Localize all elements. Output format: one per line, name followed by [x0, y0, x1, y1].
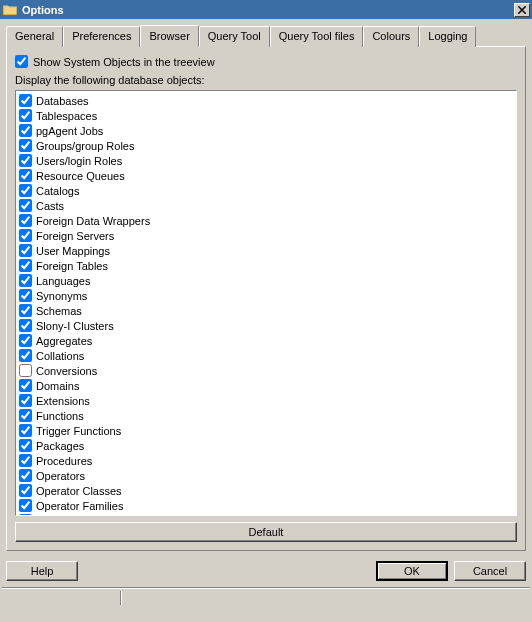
item-checkbox[interactable] [19, 94, 32, 107]
list-item[interactable]: Domains [19, 378, 513, 393]
list-item[interactable]: Collations [19, 348, 513, 363]
item-checkbox[interactable] [19, 214, 32, 227]
help-button[interactable]: Help [6, 561, 78, 581]
list-item[interactable]: Aggregates [19, 333, 513, 348]
item-checkbox[interactable] [19, 334, 32, 347]
list-item[interactable]: Users/login Roles [19, 153, 513, 168]
list-item[interactable]: Operators [19, 468, 513, 483]
tab-panel-browser: Show System Objects in the treeview Disp… [6, 46, 526, 551]
list-item[interactable]: Packages [19, 438, 513, 453]
item-label: Catalogs [36, 185, 79, 197]
item-checkbox[interactable] [19, 379, 32, 392]
list-item[interactable]: Casts [19, 198, 513, 213]
item-label: Users/login Roles [36, 155, 122, 167]
item-label: Tablespaces [36, 110, 97, 122]
default-row: Default [15, 522, 517, 542]
item-label: Databases [36, 95, 89, 107]
list-item[interactable]: Tablespaces [19, 108, 513, 123]
list-item[interactable]: Foreign Tables [19, 258, 513, 273]
item-label: Aggregates [36, 335, 92, 347]
item-checkbox[interactable] [19, 124, 32, 137]
list-item[interactable]: Synonyms [19, 288, 513, 303]
list-item[interactable]: Resource Queues [19, 168, 513, 183]
list-item[interactable]: Languages [19, 273, 513, 288]
item-checkbox[interactable] [19, 274, 32, 287]
item-checkbox[interactable] [19, 424, 32, 437]
item-checkbox[interactable] [19, 319, 32, 332]
list-item[interactable]: Groups/group Roles [19, 138, 513, 153]
item-label: Foreign Tables [36, 260, 108, 272]
list-item[interactable]: Extensions [19, 393, 513, 408]
item-label: Casts [36, 200, 64, 212]
item-checkbox[interactable] [19, 244, 32, 257]
list-item[interactable]: Catalogs [19, 183, 513, 198]
tab-preferences[interactable]: Preferences [63, 26, 140, 47]
item-checkbox[interactable] [19, 349, 32, 362]
status-bar [2, 587, 530, 607]
item-label: Extensions [36, 395, 90, 407]
app-folder-icon [2, 2, 18, 18]
list-item[interactable]: User Mappings [19, 243, 513, 258]
tab-colours[interactable]: Colours [363, 26, 419, 47]
close-button[interactable] [514, 3, 530, 17]
item-label: Operators [36, 470, 85, 482]
item-label: Trigger Functions [36, 425, 121, 437]
item-checkbox[interactable] [19, 154, 32, 167]
item-checkbox[interactable] [19, 199, 32, 212]
item-checkbox[interactable] [19, 394, 32, 407]
item-label: Slony-I Clusters [36, 320, 114, 332]
item-checkbox[interactable] [19, 439, 32, 452]
item-label: Functions [36, 410, 84, 422]
ok-button[interactable]: OK [376, 561, 448, 581]
list-item[interactable]: Foreign Data Wrappers [19, 213, 513, 228]
item-label: Domains [36, 380, 79, 392]
item-label: Synonyms [36, 290, 87, 302]
tab-query-tool-files[interactable]: Query Tool files [270, 26, 364, 47]
list-item[interactable]: Trigger Functions [19, 423, 513, 438]
show-system-label[interactable]: Show System Objects in the treeview [33, 56, 215, 68]
default-button[interactable]: Default [15, 522, 517, 542]
item-checkbox[interactable] [19, 454, 32, 467]
tab-logging[interactable]: Logging [419, 26, 476, 47]
list-item[interactable]: Schemas [19, 303, 513, 318]
cancel-button[interactable]: Cancel [454, 561, 526, 581]
list-item[interactable]: pgAgent Jobs [19, 123, 513, 138]
list-item[interactable]: Databases [19, 93, 513, 108]
item-checkbox[interactable] [19, 289, 32, 302]
item-checkbox[interactable] [19, 514, 32, 516]
list-item[interactable]: Functions [19, 408, 513, 423]
item-label: Languages [36, 275, 90, 287]
list-item[interactable]: Conversions [19, 363, 513, 378]
item-checkbox[interactable] [19, 409, 32, 422]
item-label: Foreign Servers [36, 230, 114, 242]
list-item[interactable]: Foreign Servers [19, 228, 513, 243]
item-label: User Mappings [36, 245, 110, 257]
item-checkbox[interactable] [19, 109, 32, 122]
item-checkbox[interactable] [19, 304, 32, 317]
list-item[interactable]: Operator Classes [19, 483, 513, 498]
item-checkbox[interactable] [19, 469, 32, 482]
item-checkbox[interactable] [19, 484, 32, 497]
dialog-body: GeneralPreferencesBrowserQuery ToolQuery… [0, 19, 532, 557]
item-checkbox[interactable] [19, 169, 32, 182]
item-checkbox[interactable] [19, 259, 32, 272]
item-checkbox[interactable] [19, 499, 32, 512]
item-label: Schemas [36, 305, 82, 317]
item-label: Foreign Data Wrappers [36, 215, 150, 227]
tab-general[interactable]: General [6, 26, 63, 47]
list-item[interactable]: Operator Families [19, 498, 513, 513]
objects-listbox[interactable]: DatabasesTablespacespgAgent JobsGroups/g… [15, 90, 517, 516]
list-item[interactable]: Sequences [19, 513, 513, 516]
item-label: Operator Classes [36, 485, 122, 497]
item-checkbox[interactable] [19, 139, 32, 152]
tab-browser[interactable]: Browser [140, 25, 198, 47]
list-item[interactable]: Slony-I Clusters [19, 318, 513, 333]
list-heading: Display the following database objects: [15, 74, 517, 86]
list-item[interactable]: Procedures [19, 453, 513, 468]
item-label: Resource Queues [36, 170, 125, 182]
item-checkbox[interactable] [19, 184, 32, 197]
tab-query-tool[interactable]: Query Tool [199, 26, 270, 47]
item-checkbox[interactable] [19, 229, 32, 242]
item-checkbox[interactable] [19, 364, 32, 377]
show-system-checkbox[interactable] [15, 55, 28, 68]
